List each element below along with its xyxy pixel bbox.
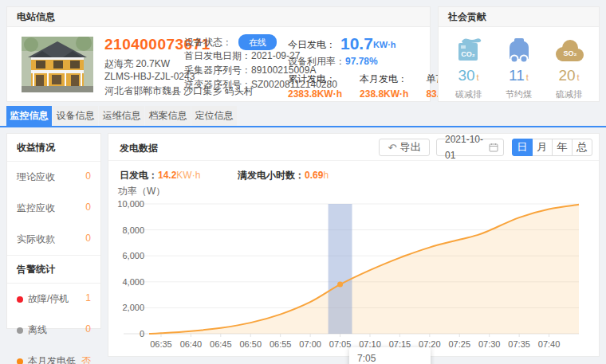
full-hours-value: 0.69 [305,170,323,181]
fault-dot [17,296,23,303]
svg-text:10,000: 10,000 [117,199,144,209]
power-chart-svg: 02,0004,0006,0008,00010,00006:3506:4006:… [112,194,597,355]
svg-text:07:25: 07:25 [449,339,471,349]
svg-text:CO₂: CO₂ [461,50,475,58]
tab-device-info[interactable]: 设备信息 [53,106,98,126]
income-row-theoretical: 理论应收0 [7,162,100,193]
station-panel-title: 电站信息 [7,7,430,27]
sidebar: 收益情况 理论应收0 监控应收0 实际收款0 告警统计 故障/停机 1 离线 0… [6,133,101,329]
power-chart[interactable]: 02,0004,0006,0008,00010,00006:3506:4006:… [112,194,597,355]
device-status-label: 设备状态： [184,37,232,48]
svg-text:8,000: 8,000 [122,225,144,235]
svg-text:06:45: 06:45 [210,339,232,349]
svg-text:06:40: 06:40 [180,339,203,349]
svg-text:2,000: 2,000 [122,303,144,312]
chart-panel-title: 发电数据 [120,142,158,155]
svg-text:06:50: 06:50 [239,339,262,349]
station-owner: 赵海亮 20.7KW [104,57,170,71]
svg-text:4,000: 4,000 [122,277,144,287]
chart-tooltip: 7:05 功率：3800.56W [349,347,431,364]
tabs-underline [0,126,606,127]
alarm-section-title: 告警统计 [7,255,100,284]
offline-dot [17,327,23,334]
today-generation-label: 今日发电： [288,39,336,50]
income-row-actual: 实际收款0 [7,224,100,255]
range-toggle-group: 日 月 年 总 [512,139,592,156]
svg-text:07:00: 07:00 [299,339,321,349]
svg-text:06:55: 06:55 [270,339,292,349]
range-total-button[interactable]: 总 [572,139,592,156]
station-photo [22,37,93,92]
carbon-reduction-item: CO₂ 30t 碳减排 [445,33,493,100]
sulfur-reduction-item: SO₂ 20t 硫减排 [545,33,593,100]
alarm-row-low-efficiency: 本月发电低效 否 [7,346,100,364]
date-value: 2021-10-01 [445,131,489,163]
range-month-button[interactable]: 月 [532,139,553,156]
calendar-icon [489,143,498,152]
total-generation: 累计发电： 2383.8KW·h [288,72,342,100]
tab-archive-info[interactable]: 档案信息 [145,106,191,126]
tab-location-info[interactable]: 定位信息 [191,106,237,126]
tooltip-time: 7:05 [357,352,423,364]
range-year-button[interactable]: 年 [552,139,573,156]
co2-reduction-icon: CO₂ [445,33,493,64]
income-row-monitored: 监控应收0 [7,193,100,224]
utilization-label: 设备利用率： [288,56,345,67]
svg-text:06:35: 06:35 [150,339,172,349]
alarm-row-offline: 离线 0 [7,315,100,346]
low-efficiency-dot [17,358,23,364]
export-button[interactable]: ↶ 导出 [379,139,430,156]
daily-generation-value: 14.2 [158,170,176,181]
tab-monitoring-info[interactable]: 监控信息 [6,106,52,126]
income-section-title: 收益情况 [7,134,100,162]
svg-text:07:35: 07:35 [508,339,530,349]
svg-text:SO₂: SO₂ [563,49,576,57]
range-day-button[interactable]: 日 [512,139,533,156]
so2-reduction-icon: SO₂ [545,33,593,64]
info-tabs: 监控信息 设备信息 运维信息 档案信息 定位信息 [0,106,606,127]
svg-text:07:05: 07:05 [329,339,352,349]
station-model: ZLMS-HBJ-ZJL-0243 [104,71,195,82]
alarm-row-fault: 故障/停机 1 [7,284,100,315]
coal-saved-item: 11t 节约煤 [495,33,543,100]
online-status-badge: 在线 [238,34,277,50]
social-panel-title: 社会贡献 [439,7,599,27]
power-generation-panel: 发电数据 ↶ 导出 2021-10-01 日 月 年 总 日发电：14.2KW·… [108,133,600,357]
svg-text:0: 0 [140,329,144,339]
export-arrow-icon: ↶ [388,143,396,153]
date-picker[interactable]: 2021-10-01 [436,139,504,156]
utilization-value: 97.78% [345,56,378,67]
station-info-panel: 电站信息 210400073671 赵海亮 20.7KW ZLMS-HBJ-ZJ… [6,6,431,102]
chart-stats: 日发电：14.2KW·h 满发电小时数：0.69h [120,169,329,182]
month-generation: 本月发电： 238.8KW·h [360,72,408,100]
social-contribution-panel: 社会贡献 CO₂ 30t 碳减排 [438,6,600,102]
svg-text:07:30: 07:30 [478,339,501,349]
svg-text:6,000: 6,000 [122,251,144,260]
tab-operation-info[interactable]: 运维信息 [99,106,144,126]
svg-text:07:40: 07:40 [538,339,561,349]
today-generation-value: 10.7 [340,34,373,53]
coal-saved-icon [495,33,543,64]
